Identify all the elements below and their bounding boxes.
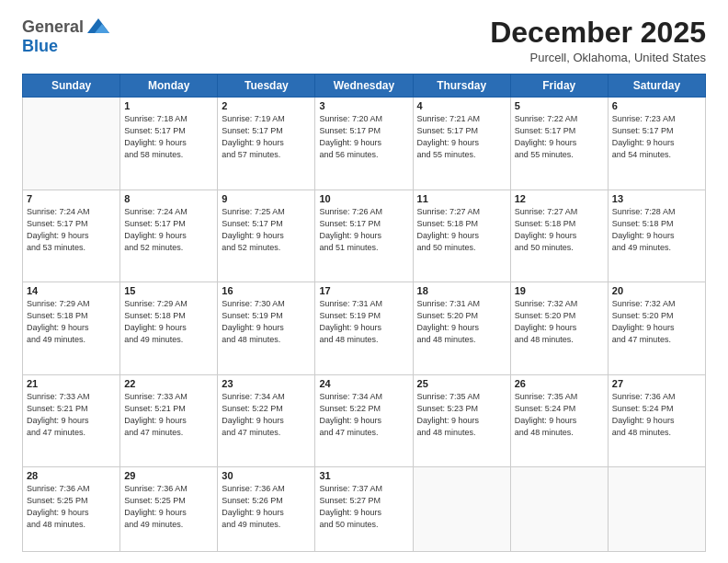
day-info: Sunrise: 7:32 AM Sunset: 5:20 PM Dayligh… (515, 298, 604, 346)
day-info: Sunrise: 7:31 AM Sunset: 5:19 PM Dayligh… (319, 298, 408, 346)
day-info: Sunrise: 7:33 AM Sunset: 5:21 PM Dayligh… (27, 391, 116, 439)
day-info: Sunrise: 7:19 AM Sunset: 5:17 PM Dayligh… (222, 113, 311, 161)
calendar-table: SundayMondayTuesdayWednesdayThursdayFrid… (22, 74, 706, 552)
calendar-cell: 2Sunrise: 7:19 AM Sunset: 5:17 PM Daylig… (218, 98, 315, 190)
day-info: Sunrise: 7:30 AM Sunset: 5:19 PM Dayligh… (222, 298, 311, 346)
calendar-cell: 22Sunrise: 7:33 AM Sunset: 5:21 PM Dayli… (120, 374, 218, 466)
calendar-cell: 30Sunrise: 7:36 AM Sunset: 5:26 PM Dayli… (218, 467, 315, 552)
weekday-header-row: SundayMondayTuesdayWednesdayThursdayFrid… (23, 75, 706, 98)
day-info: Sunrise: 7:24 AM Sunset: 5:17 PM Dayligh… (124, 206, 213, 254)
day-info: Sunrise: 7:31 AM Sunset: 5:20 PM Dayligh… (417, 298, 506, 346)
calendar-week-4: 21Sunrise: 7:33 AM Sunset: 5:21 PM Dayli… (23, 374, 706, 466)
day-number: 14 (27, 285, 116, 296)
calendar-cell: 31Sunrise: 7:37 AM Sunset: 5:27 PM Dayli… (315, 467, 413, 552)
calendar-cell: 5Sunrise: 7:22 AM Sunset: 5:17 PM Daylig… (510, 98, 608, 190)
day-info: Sunrise: 7:34 AM Sunset: 5:22 PM Dayligh… (319, 391, 408, 439)
day-info: Sunrise: 7:29 AM Sunset: 5:18 PM Dayligh… (27, 298, 116, 346)
calendar-cell: 13Sunrise: 7:28 AM Sunset: 5:18 PM Dayli… (608, 190, 705, 282)
logo-blue: Blue (22, 37, 58, 55)
calendar-cell: 3Sunrise: 7:20 AM Sunset: 5:17 PM Daylig… (315, 98, 413, 190)
header: General Blue December 2025 Purcell, Okla… (22, 17, 706, 64)
calendar-cell: 23Sunrise: 7:34 AM Sunset: 5:22 PM Dayli… (218, 374, 315, 466)
calendar-cell: 7Sunrise: 7:24 AM Sunset: 5:17 PM Daylig… (23, 190, 120, 282)
location-subtitle: Purcell, Oklahoma, United States (490, 51, 706, 64)
calendar-cell: 16Sunrise: 7:30 AM Sunset: 5:19 PM Dayli… (218, 282, 315, 374)
calendar-cell: 24Sunrise: 7:34 AM Sunset: 5:22 PM Dayli… (315, 374, 413, 466)
day-number: 12 (515, 193, 604, 204)
calendar-cell (608, 467, 705, 552)
calendar-cell: 18Sunrise: 7:31 AM Sunset: 5:20 PM Dayli… (413, 282, 510, 374)
day-info: Sunrise: 7:27 AM Sunset: 5:18 PM Dayligh… (417, 206, 506, 254)
calendar-week-3: 14Sunrise: 7:29 AM Sunset: 5:18 PM Dayli… (23, 282, 706, 374)
logo-icon (85, 17, 111, 37)
calendar-cell: 4Sunrise: 7:21 AM Sunset: 5:17 PM Daylig… (413, 98, 510, 190)
calendar-cell: 19Sunrise: 7:32 AM Sunset: 5:20 PM Dayli… (510, 282, 608, 374)
day-info: Sunrise: 7:32 AM Sunset: 5:20 PM Dayligh… (612, 298, 701, 346)
calendar-cell: 9Sunrise: 7:25 AM Sunset: 5:17 PM Daylig… (218, 190, 315, 282)
day-info: Sunrise: 7:20 AM Sunset: 5:17 PM Dayligh… (319, 113, 408, 161)
calendar-cell: 14Sunrise: 7:29 AM Sunset: 5:18 PM Dayli… (23, 282, 120, 374)
weekday-header-wednesday: Wednesday (315, 75, 413, 98)
weekday-header-thursday: Thursday (413, 75, 510, 98)
day-info: Sunrise: 7:26 AM Sunset: 5:17 PM Dayligh… (319, 206, 408, 254)
weekday-header-friday: Friday (510, 75, 608, 98)
calendar-cell: 12Sunrise: 7:27 AM Sunset: 5:18 PM Dayli… (510, 190, 608, 282)
day-number: 13 (612, 193, 701, 204)
calendar-cell (413, 467, 510, 552)
day-number: 29 (124, 470, 213, 481)
day-info: Sunrise: 7:36 AM Sunset: 5:25 PM Dayligh… (124, 483, 213, 531)
day-number: 18 (417, 285, 506, 296)
day-info: Sunrise: 7:36 AM Sunset: 5:24 PM Dayligh… (612, 391, 701, 439)
weekday-header-sunday: Sunday (23, 75, 120, 98)
calendar-cell: 15Sunrise: 7:29 AM Sunset: 5:18 PM Dayli… (120, 282, 218, 374)
calendar-cell: 10Sunrise: 7:26 AM Sunset: 5:17 PM Dayli… (315, 190, 413, 282)
day-number: 21 (27, 378, 116, 389)
day-number: 2 (222, 100, 311, 111)
day-number: 5 (515, 100, 604, 111)
calendar-cell (23, 98, 120, 190)
calendar-cell: 25Sunrise: 7:35 AM Sunset: 5:23 PM Dayli… (413, 374, 510, 466)
calendar-week-5: 28Sunrise: 7:36 AM Sunset: 5:25 PM Dayli… (23, 467, 706, 552)
day-info: Sunrise: 7:18 AM Sunset: 5:17 PM Dayligh… (124, 113, 213, 161)
calendar-cell: 20Sunrise: 7:32 AM Sunset: 5:20 PM Dayli… (608, 282, 705, 374)
day-info: Sunrise: 7:24 AM Sunset: 5:17 PM Dayligh… (27, 206, 116, 254)
calendar-cell: 26Sunrise: 7:35 AM Sunset: 5:24 PM Dayli… (510, 374, 608, 466)
day-info: Sunrise: 7:36 AM Sunset: 5:25 PM Dayligh… (27, 483, 116, 531)
calendar-cell: 27Sunrise: 7:36 AM Sunset: 5:24 PM Dayli… (608, 374, 705, 466)
day-number: 24 (319, 378, 408, 389)
day-number: 30 (222, 470, 311, 481)
calendar-cell: 28Sunrise: 7:36 AM Sunset: 5:25 PM Dayli… (23, 467, 120, 552)
day-info: Sunrise: 7:35 AM Sunset: 5:23 PM Dayligh… (417, 391, 506, 439)
day-info: Sunrise: 7:23 AM Sunset: 5:17 PM Dayligh… (612, 113, 701, 161)
day-number: 6 (612, 100, 701, 111)
day-number: 23 (222, 378, 311, 389)
day-number: 20 (612, 285, 701, 296)
day-number: 10 (319, 193, 408, 204)
day-number: 8 (124, 193, 213, 204)
day-number: 11 (417, 193, 506, 204)
day-info: Sunrise: 7:27 AM Sunset: 5:18 PM Dayligh… (515, 206, 604, 254)
day-number: 28 (27, 470, 116, 481)
day-info: Sunrise: 7:21 AM Sunset: 5:17 PM Dayligh… (417, 113, 506, 161)
calendar-cell: 17Sunrise: 7:31 AM Sunset: 5:19 PM Dayli… (315, 282, 413, 374)
day-number: 22 (124, 378, 213, 389)
day-info: Sunrise: 7:28 AM Sunset: 5:18 PM Dayligh… (612, 206, 701, 254)
day-number: 3 (319, 100, 408, 111)
weekday-header-monday: Monday (120, 75, 218, 98)
logo-general: General (22, 17, 84, 37)
calendar-body: 1Sunrise: 7:18 AM Sunset: 5:17 PM Daylig… (23, 98, 706, 552)
day-number: 16 (222, 285, 311, 296)
day-info: Sunrise: 7:22 AM Sunset: 5:17 PM Dayligh… (515, 113, 604, 161)
weekday-header-tuesday: Tuesday (218, 75, 315, 98)
day-number: 31 (319, 470, 408, 481)
month-title: December 2025 (490, 17, 706, 49)
day-number: 26 (515, 378, 604, 389)
logo: General Blue (22, 17, 111, 56)
day-number: 19 (515, 285, 604, 296)
day-number: 4 (417, 100, 506, 111)
day-number: 9 (222, 193, 311, 204)
calendar-cell: 8Sunrise: 7:24 AM Sunset: 5:17 PM Daylig… (120, 190, 218, 282)
calendar-cell: 11Sunrise: 7:27 AM Sunset: 5:18 PM Dayli… (413, 190, 510, 282)
calendar-cell: 29Sunrise: 7:36 AM Sunset: 5:25 PM Dayli… (120, 467, 218, 552)
weekday-header-saturday: Saturday (608, 75, 705, 98)
